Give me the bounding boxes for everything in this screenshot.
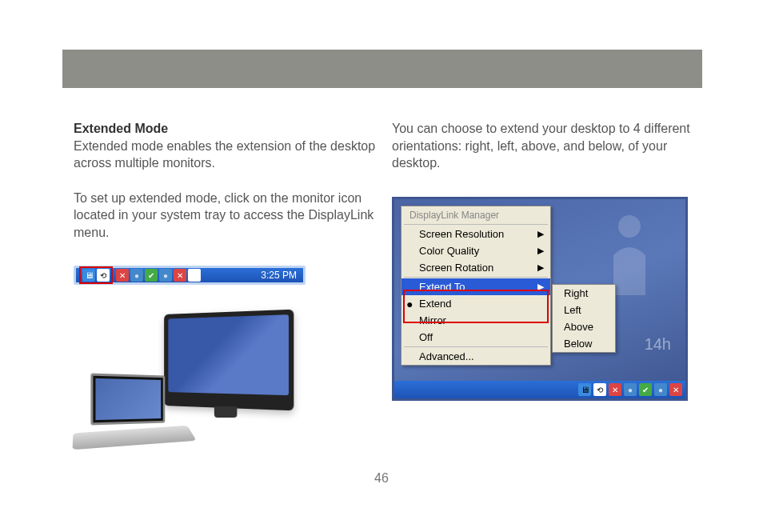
monitor-icon: [82, 269, 95, 282]
submenu-arrow-icon: ▶: [537, 246, 544, 256]
left-para2: To set up extended mode, click on the mo…: [74, 191, 374, 239]
menu-item-label: Extend: [419, 298, 451, 310]
tray-icon: [624, 383, 637, 396]
submenu-item-below[interactable]: Below: [553, 335, 615, 352]
monitor-stand: [214, 406, 238, 418]
tray-icon: [130, 269, 143, 282]
tray-icon: [145, 269, 158, 282]
menu-separator: [404, 346, 548, 347]
submenu-item-above[interactable]: Above: [553, 318, 615, 335]
displaylink-icon: [97, 269, 110, 282]
menu-item-label: Below: [564, 338, 592, 350]
page-number: 46: [0, 471, 763, 486]
tray-icon: [174, 269, 186, 282]
tray-icon: [669, 383, 682, 396]
laptop: [74, 374, 194, 446]
left-para1: Extended mode enables the extension of t…: [74, 139, 375, 170]
menu-title: DisplayLink Manager: [401, 206, 550, 223]
tray-icons-group: [116, 269, 201, 282]
menu-item-advanced[interactable]: Advanced...: [401, 348, 550, 365]
tray-icon: [188, 269, 201, 282]
submenu-arrow-icon: ▶: [537, 229, 544, 239]
menu-item-label: Advanced...: [419, 350, 474, 362]
right-column: You can choose to extend your desktop to…: [392, 120, 696, 172]
menu-separator: [404, 224, 548, 225]
submenu-item-right[interactable]: Right: [553, 285, 615, 302]
menu-item-screen-resolution[interactable]: Screen Resolution ▶: [401, 226, 550, 242]
laptop-base: [73, 426, 197, 450]
tray-icon: [159, 269, 172, 282]
system-tray-figure: 3:25 PM: [74, 266, 306, 285]
tray-icon: [639, 383, 652, 396]
menu-item-label: Right: [564, 287, 588, 299]
extended-mode-photo: [74, 312, 298, 452]
displaylink-context-menu[interactable]: DisplayLink Manager Screen Resolution ▶ …: [401, 206, 551, 366]
figure-taskbar: [394, 381, 685, 398]
menu-item-extend[interactable]: ● Extend: [401, 295, 550, 312]
tray-icon: [654, 383, 667, 396]
bullet-icon: ●: [406, 298, 413, 310]
submenu-arrow-icon: ▶: [537, 282, 544, 292]
menu-item-label: Mirror: [419, 314, 446, 326]
menu-separator: [404, 277, 548, 278]
menu-item-label: Above: [564, 321, 593, 333]
menu-item-extend-to[interactable]: Extend To ▶: [401, 278, 550, 295]
wallpaper-clock-text: 14h: [645, 335, 671, 354]
menu-item-label: Screen Rotation: [419, 262, 493, 274]
menu-item-label: Screen Resolution: [419, 228, 504, 240]
menu-item-mirror[interactable]: Mirror: [401, 312, 550, 329]
menu-item-label: Off: [419, 331, 433, 343]
extend-to-submenu[interactable]: Right Left Above Below: [552, 284, 616, 353]
tray-clock: 3:25 PM: [261, 270, 300, 281]
monitor-icon: [578, 383, 591, 396]
tray-icon: [116, 269, 129, 282]
header-bar: [62, 50, 702, 88]
menu-item-label: Color Quality: [419, 245, 479, 257]
menu-item-label: Left: [564, 304, 581, 316]
displaylink-icon: [593, 383, 606, 396]
menu-item-color-quality[interactable]: Color Quality ▶: [401, 242, 550, 259]
tray-highlight-box: [79, 266, 113, 284]
menu-item-off[interactable]: Off: [401, 329, 550, 346]
menu-item-label: Extend To: [419, 281, 465, 293]
section-heading: Extended Mode: [74, 122, 168, 135]
left-column: Extended Mode Extended mode enables the …: [74, 120, 378, 242]
right-para1: You can choose to extend your desktop to…: [392, 122, 690, 170]
tray-icon: [609, 383, 621, 396]
displaylink-menu-figure: 14h DisplayLink Manager Screen Resolutio…: [392, 197, 688, 401]
laptop-screen: [90, 373, 165, 425]
submenu-arrow-icon: ▶: [537, 262, 544, 273]
menu-item-screen-rotation[interactable]: Screen Rotation ▶: [401, 259, 550, 276]
submenu-item-left[interactable]: Left: [553, 302, 615, 318]
